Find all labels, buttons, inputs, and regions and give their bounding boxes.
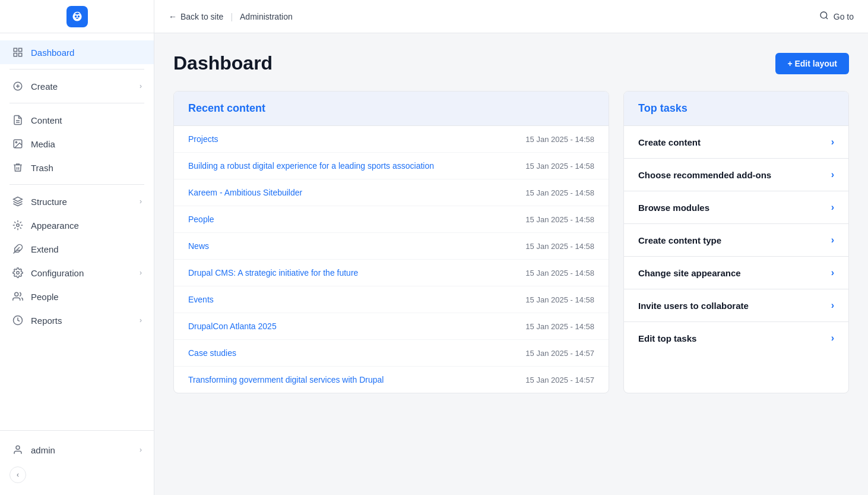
admin-chevron-icon: › (140, 446, 142, 454)
svg-point-19 (821, 12, 827, 18)
content-icon (12, 114, 24, 126)
task-chevron-icon-browse-modules: › (831, 202, 834, 213)
sidebar-item-create-label: Create (31, 81, 132, 92)
task-label-browse-modules: Browse modules (638, 203, 709, 213)
task-item-browse-modules[interactable]: Browse modules › (624, 191, 848, 224)
sidebar-item-extend-label: Extend (31, 244, 142, 254)
content-item-date-8: 15 Jan 2025 - 14:57 (525, 349, 594, 358)
page-header: Dashboard + Edit layout (173, 52, 849, 74)
administration-label: Administration (240, 12, 293, 21)
extend-icon (12, 243, 24, 255)
collapse-icon: ‹ (17, 471, 19, 479)
svg-rect-3 (14, 53, 17, 56)
sidebar-item-reports[interactable]: Reports › (0, 308, 154, 332)
content-list-item[interactable]: Kareem - Ambitious Sitebuilder 15 Jan 20… (174, 179, 609, 206)
content-item-title-1: Building a robust digital experience for… (188, 161, 434, 171)
content-item-title-4: News (188, 241, 209, 251)
content-item-title-6: Events (188, 295, 214, 304)
nav-divider-2 (9, 103, 144, 103)
dashboard-icon (12, 46, 24, 58)
sidebar-item-structure[interactable]: Structure › (0, 190, 154, 213)
task-item-invite-users[interactable]: Invite users to collaborate › (624, 289, 848, 322)
topbar: ← Back to site | Administration Go to (154, 0, 868, 33)
svg-rect-1 (19, 48, 22, 51)
search-icon (819, 11, 829, 22)
sidebar-item-structure-label: Structure (31, 197, 132, 207)
top-tasks-header: Top tasks (624, 92, 848, 126)
back-arrow-icon: ← (169, 12, 177, 21)
svg-point-10 (15, 141, 17, 143)
sidebar-item-admin[interactable]: admin › (0, 438, 154, 462)
create-chevron-icon: › (140, 82, 142, 90)
task-chevron-icon-create-content: › (831, 137, 834, 147)
top-tasks-title: Top tasks (638, 102, 688, 114)
drupal-logo[interactable] (66, 6, 88, 27)
recent-content-panel: Recent content Projects 15 Jan 2025 - 14… (173, 91, 609, 393)
recent-content-list: Projects 15 Jan 2025 - 14:58 Building a … (174, 126, 609, 393)
content-item-date-3: 15 Jan 2025 - 14:58 (525, 215, 594, 224)
task-item-create-content[interactable]: Create content › (624, 126, 848, 159)
sidebar-item-people[interactable]: People (0, 285, 154, 308)
svg-point-16 (15, 292, 18, 296)
structure-icon (12, 196, 24, 207)
admin-avatar-icon (12, 444, 24, 456)
sidebar-item-media-label: Media (31, 139, 142, 149)
content-item-title-9: Transforming government digital services… (188, 375, 384, 384)
sidebar-item-appearance[interactable]: Appearance (0, 213, 154, 237)
sidebar-item-extend[interactable]: Extend (0, 237, 154, 261)
sidebar-item-content[interactable]: Content (0, 108, 154, 132)
content-list-item[interactable]: Drupal CMS: A strategic initiative for t… (174, 260, 609, 286)
content-item-date-9: 15 Jan 2025 - 14:57 (525, 376, 594, 384)
sidebar-item-configuration[interactable]: Configuration › (0, 261, 154, 285)
sidebar-item-create[interactable]: Create › (0, 74, 154, 98)
content-list-item[interactable]: Events 15 Jan 2025 - 14:58 (174, 286, 609, 313)
sidebar-item-configuration-label: Configuration (31, 268, 132, 278)
back-to-site-label: Back to site (180, 12, 223, 21)
content-item-date-7: 15 Jan 2025 - 14:58 (525, 322, 594, 331)
task-item-create-content-type[interactable]: Create content type › (624, 224, 848, 257)
content-item-title-7: DrupalCon Atlanta 2025 (188, 321, 277, 331)
task-item-change-appearance[interactable]: Change site appearance › (624, 257, 848, 289)
content-list-item[interactable]: DrupalCon Atlanta 2025 15 Jan 2025 - 14:… (174, 313, 609, 340)
content-list-item[interactable]: Projects 15 Jan 2025 - 14:58 (174, 126, 609, 153)
content-list-item[interactable]: Building a robust digital experience for… (174, 153, 609, 179)
trash-icon (12, 162, 24, 174)
sidebar-navigation: Dashboard Create › Content (0, 33, 154, 430)
content-item-date-6: 15 Jan 2025 - 14:58 (525, 295, 594, 304)
sidebar-item-dashboard[interactable]: Dashboard (0, 40, 154, 64)
main-area: ← Back to site | Administration Go to Da… (154, 0, 868, 495)
content-list-item[interactable]: Transforming government digital services… (174, 367, 609, 393)
recent-content-title: Recent content (188, 102, 265, 114)
svg-rect-2 (19, 53, 22, 56)
sidebar-item-trash[interactable]: Trash (0, 156, 154, 179)
nav-divider-1 (9, 69, 144, 70)
content-list-item[interactable]: Case studies 15 Jan 2025 - 14:57 (174, 340, 609, 367)
appearance-icon (12, 219, 24, 231)
task-item-choose-addons[interactable]: Choose recommended add-ons › (624, 159, 848, 191)
drupal-logo-icon (71, 11, 83, 23)
sidebar-item-media[interactable]: Media (0, 132, 154, 156)
svg-point-15 (17, 272, 20, 275)
topbar-left: ← Back to site | Administration (169, 12, 293, 21)
task-label-edit-top-tasks: Edit top tasks (638, 333, 696, 343)
reports-icon (12, 314, 24, 326)
back-to-site-link[interactable]: ← Back to site (169, 12, 223, 21)
content-item-title-3: People (188, 215, 214, 224)
nav-divider-3 (9, 184, 144, 185)
dashboard-grid: Recent content Projects 15 Jan 2025 - 14… (173, 91, 849, 393)
sidebar-footer: admin › ‹ (0, 430, 154, 495)
content-list-item[interactable]: News 15 Jan 2025 - 14:58 (174, 233, 609, 260)
svg-line-20 (826, 17, 828, 19)
content-item-date-5: 15 Jan 2025 - 14:58 (525, 269, 594, 278)
goto-button[interactable]: Go to (819, 11, 854, 22)
svg-point-12 (17, 224, 20, 227)
task-label-choose-addons: Choose recommended add-ons (638, 170, 771, 180)
task-item-edit-top-tasks[interactable]: Edit top tasks › (624, 322, 848, 354)
content-item-title-5: Drupal CMS: A strategic initiative for t… (188, 268, 358, 278)
top-tasks-list: Create content › Choose recommended add-… (624, 126, 848, 354)
admin-label: admin (31, 445, 132, 455)
edit-layout-button[interactable]: + Edit layout (775, 53, 849, 74)
content-item-date-4: 15 Jan 2025 - 14:58 (525, 242, 594, 251)
sidebar-collapse-button[interactable]: ‹ (9, 466, 26, 483)
content-list-item[interactable]: People 15 Jan 2025 - 14:58 (174, 206, 609, 233)
